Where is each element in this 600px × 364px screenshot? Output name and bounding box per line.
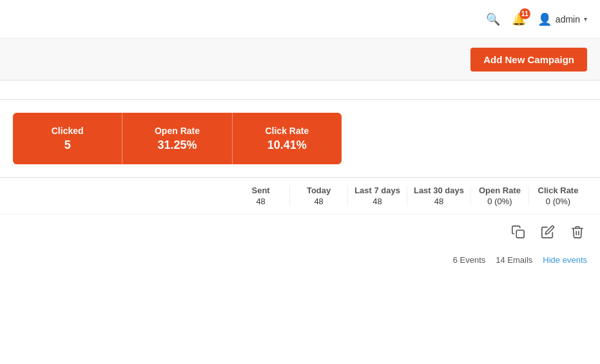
stat-open-rate-label: Open Rate [155,126,200,136]
stat-open-rate: Open Rate 31.25% [122,113,232,164]
col-click-rate: Click Rate 0 (0%) [529,186,587,206]
col-click-rate-header: Click Rate [538,186,579,195]
header-icons: 🔍 🔔 11 👤 admin ▾ [486,12,587,26]
user-menu[interactable]: 👤 admin ▾ [537,12,587,26]
notification-bell[interactable]: 🔔 11 [512,12,526,26]
col-sent: Sent 48 [232,186,290,206]
actions-row [0,215,600,253]
spacer [0,81,600,100]
emails-link[interactable]: 14 Emails [496,255,532,265]
table-columns: Sent 48 Today 48 Last 7 days 48 Last 30 … [232,186,587,206]
add-campaign-button[interactable]: Add New Campaign [470,48,587,72]
edit-icon [541,225,555,239]
col-today: Today 48 [290,186,348,206]
col-today-header: Today [307,186,331,195]
user-avatar-icon: 👤 [537,12,552,26]
edit-button[interactable] [538,222,557,245]
col-open-rate: Open Rate 0 (0%) [471,186,529,206]
stat-click-rate-label: Click Rate [265,126,309,136]
col-sent-header: Sent [252,186,270,195]
stats-section: Clicked 5 Open Rate 31.25% Click Rate 10… [0,113,600,178]
svg-rect-0 [516,230,524,238]
delete-button[interactable] [568,222,587,245]
col-last7: Last 7 days 48 [348,186,407,206]
header: 🔍 🔔 11 👤 admin ▾ [0,0,600,39]
search-icon[interactable]: 🔍 [486,12,500,26]
col-click-rate-value: 0 (0%) [546,196,570,206]
stat-open-rate-value: 31.25% [157,139,197,152]
notification-badge: 11 [519,8,530,19]
col-last7-value: 48 [373,196,382,206]
chevron-down-icon: ▾ [584,15,587,23]
events-row: 6 Events 14 Emails Hide events [0,253,600,273]
stats-bar: Clicked 5 Open Rate 31.25% Click Rate 10… [13,113,342,164]
col-last30-value: 48 [434,196,443,206]
col-today-value: 48 [314,196,323,206]
stat-clicked: Clicked 5 [13,113,122,164]
col-last30-header: Last 30 days [414,186,464,195]
table-section: Sent 48 Today 48 Last 7 days 48 Last 30 … [0,178,600,215]
stat-click-rate-value: 10.41% [267,139,307,152]
col-open-rate-value: 0 (0%) [487,196,512,206]
stat-click-rate: Click Rate 10.41% [233,113,342,164]
copy-icon [511,225,525,239]
toolbar: Add New Campaign [0,39,600,81]
user-name-label: admin [556,14,580,24]
events-link[interactable]: 6 Events [453,255,486,265]
stat-clicked-value: 5 [64,139,71,152]
trash-icon [570,225,585,239]
col-last30: Last 30 days 48 [407,186,471,206]
stat-clicked-label: Clicked [52,126,84,136]
col-open-rate-header: Open Rate [479,186,521,195]
table-row: Sent 48 Today 48 Last 7 days 48 Last 30 … [0,178,600,215]
col-last7-header: Last 7 days [354,186,400,195]
copy-button[interactable] [508,222,528,245]
col-sent-value: 48 [256,196,265,206]
hide-events-link[interactable]: Hide events [543,255,587,265]
